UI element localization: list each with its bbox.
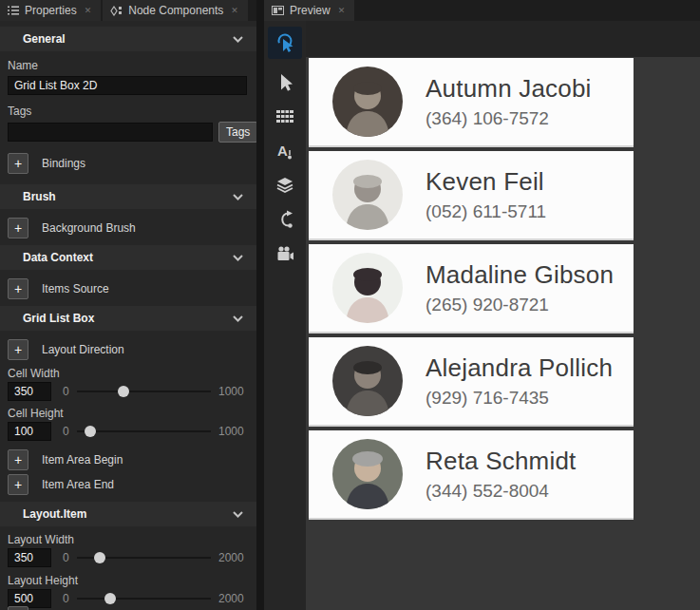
layout-width-slider[interactable]: [77, 548, 211, 567]
layout-width-label: Layout Width: [8, 533, 256, 546]
transition-tool-button[interactable]: [268, 203, 302, 236]
tab-label: Preview: [290, 4, 331, 17]
cell-width-slider[interactable]: [77, 382, 211, 401]
list-item[interactable]: Keven Feil (052) 611-5711: [309, 151, 634, 240]
cell-height-input[interactable]: [8, 422, 51, 441]
slider-handle[interactable]: [118, 386, 129, 397]
cell-height-slider[interactable]: [77, 422, 211, 441]
tags-input[interactable]: [8, 123, 213, 142]
add-property-button[interactable]: +: [8, 606, 28, 610]
slider-max: 2000: [218, 592, 249, 605]
bindings-row: + Bindings: [8, 152, 256, 175]
item-area-end-label: Item Area End: [42, 478, 114, 491]
items-source-row: + Items Source: [8, 277, 256, 300]
chevron-down-icon: [233, 36, 243, 43]
cell-width-input[interactable]: [8, 382, 51, 401]
tab-label: Properties: [25, 4, 77, 17]
tab-label: Node Components: [128, 4, 223, 17]
text-node-icon: A: [275, 142, 294, 161]
layout-height-slider[interactable]: [77, 589, 211, 608]
grid-tool-button[interactable]: [268, 101, 302, 133]
slider-handle[interactable]: [94, 552, 105, 563]
tags-button[interactable]: Tags: [218, 122, 256, 143]
items-source-label: Items Source: [42, 282, 109, 295]
background-brush-label: Background Brush: [42, 221, 136, 235]
add-item-area-begin-button[interactable]: +: [8, 449, 28, 470]
slider-min: 0: [63, 385, 69, 398]
interact-cursor-icon: [274, 32, 295, 53]
chevron-down-icon: [233, 511, 243, 518]
list-item[interactable]: Reta Schmidt (344) 552-8004: [309, 430, 634, 520]
background-brush-row: + Background Brush: [8, 217, 256, 239]
layers-tool-button[interactable]: [268, 169, 302, 201]
layout-direction-row: + Layout Direction: [8, 338, 256, 361]
layers-icon: [275, 177, 294, 194]
camera-tool-button[interactable]: [268, 238, 302, 270]
select-tool-button[interactable]: [268, 67, 302, 99]
add-background-brush-button[interactable]: +: [8, 218, 28, 238]
contact-name: Reta Schmidt: [426, 447, 576, 476]
bindings-label: Bindings: [42, 157, 85, 170]
item-area-end-row: + Item Area End: [8, 473, 256, 496]
layout-direction-label: Layout Direction: [42, 343, 124, 356]
chevron-down-icon: [233, 255, 243, 261]
panel-divider[interactable]: [256, 0, 264, 610]
text-tool-button[interactable]: A: [268, 135, 302, 167]
contact-phone: (344) 552-8004: [426, 481, 576, 502]
section-brush[interactable]: Brush: [0, 184, 256, 209]
preview-viewport[interactable]: Autumn Jacobi (364) 106-7572 Keven Feil …: [306, 57, 700, 610]
transition-icon: [275, 210, 294, 229]
contact-name: Madaline Gibson: [426, 260, 614, 290]
avatar: [332, 160, 403, 230]
cell-height-row: 0 1000: [8, 422, 249, 441]
avatar: [332, 253, 403, 323]
tab-properties[interactable]: Properties ✕: [0, 0, 101, 21]
preview-main-area: Autumn Jacobi (364) 106-7572 Keven Feil …: [306, 21, 700, 610]
add-binding-button[interactable]: +: [8, 153, 28, 174]
slider-min: 0: [63, 551, 69, 564]
section-layout-item[interactable]: Layout.Item: [0, 502, 256, 526]
tab-node-components[interactable]: Node Components ✕: [103, 0, 248, 21]
interact-tool-button[interactable]: [268, 27, 302, 59]
name-input[interactable]: [8, 76, 247, 95]
contact-name: Keven Feil: [426, 167, 546, 197]
slider-min: 0: [63, 425, 69, 438]
tags-label: Tags: [8, 105, 256, 118]
cell-height-label: Cell Height: [8, 407, 256, 420]
slider-max: 2000: [218, 551, 249, 564]
close-icon[interactable]: ✕: [336, 5, 348, 16]
list-icon: [8, 6, 19, 15]
tab-preview[interactable]: Preview ✕: [264, 0, 354, 21]
preview-top-strip: [306, 21, 700, 57]
list-item[interactable]: Autumn Jacobi (364) 106-7572: [309, 58, 634, 147]
close-icon[interactable]: ✕: [83, 5, 94, 16]
slider-handle[interactable]: [85, 426, 96, 437]
avatar: [332, 67, 403, 137]
close-icon[interactable]: ✕: [229, 5, 240, 16]
contact-phone: (265) 920-8721: [426, 295, 614, 315]
avatar: [332, 346, 403, 416]
layout-height-input[interactable]: [8, 589, 51, 608]
chevron-down-icon: [233, 315, 243, 322]
preview-toolbar: A: [264, 21, 306, 610]
properties-body: General Name Tags Tags + Bindings Brush …: [0, 21, 256, 610]
contact-phone: (052) 611-5711: [426, 201, 546, 222]
contact-name: Alejandra Pollich: [426, 353, 613, 383]
properties-panel: Properties ✕ Node Components ✕ General N…: [0, 0, 256, 610]
add-items-source-button[interactable]: +: [8, 278, 28, 299]
section-grid-list-box[interactable]: Grid List Box: [0, 306, 256, 331]
contact-phone: (364) 106-7572: [426, 108, 592, 129]
list-item[interactable]: Madaline Gibson (265) 920-8721: [309, 244, 634, 334]
add-item-area-end-button[interactable]: +: [8, 474, 28, 495]
section-title: Grid List Box: [23, 312, 233, 325]
section-data-context[interactable]: Data Context: [0, 245, 256, 270]
contact-phone: (929) 716-7435: [426, 388, 613, 409]
add-layout-direction-button[interactable]: +: [8, 339, 28, 360]
name-label: Name: [8, 59, 256, 72]
cell-width-label: Cell Width: [8, 367, 256, 380]
layout-width-input[interactable]: [8, 548, 51, 567]
list-item[interactable]: Alejandra Pollich (929) 716-7435: [309, 337, 634, 427]
slider-handle[interactable]: [104, 593, 116, 604]
section-general[interactable]: General: [0, 27, 256, 51]
slider-max: 1000: [218, 425, 249, 438]
